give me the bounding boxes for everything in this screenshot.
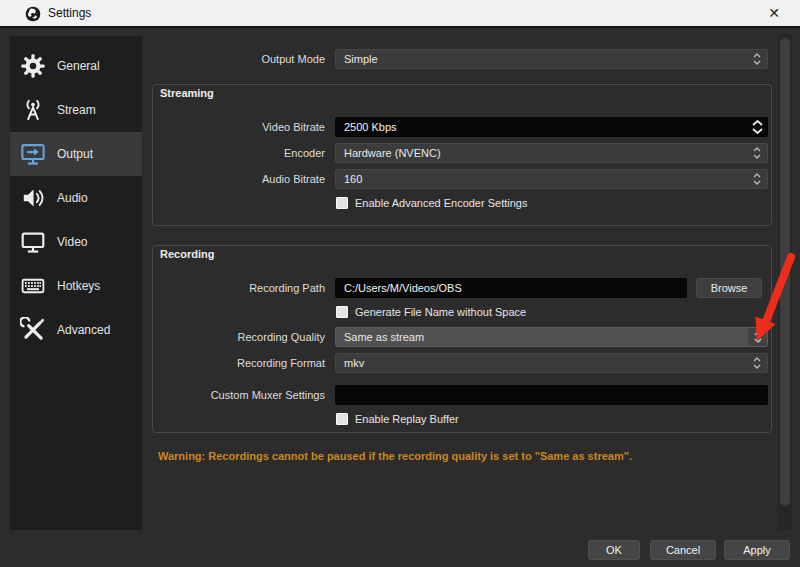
sidebar-item-video[interactable]: Video — [10, 220, 142, 264]
sidebar-item-label: Hotkeys — [57, 279, 100, 293]
sidebar-item-advanced[interactable]: Advanced — [10, 308, 142, 352]
spinner-icons[interactable] — [747, 50, 767, 68]
sidebar-item-label: Audio — [57, 191, 88, 205]
recording-quality-select[interactable]: Same as stream — [335, 327, 768, 347]
keyboard-icon — [20, 273, 46, 299]
chevron-up-icon — [753, 147, 761, 152]
chevron-down-icon — [753, 180, 761, 185]
checkbox-unchecked[interactable] — [336, 197, 348, 209]
settings-window: Settings ✕ — [0, 0, 800, 567]
apply-button[interactable]: Apply — [724, 540, 790, 560]
custom-muxer-label: Custom Muxer Settings — [150, 385, 325, 405]
video-bitrate-label: Video Bitrate — [150, 117, 325, 137]
chevron-down-icon — [754, 338, 762, 343]
recording-group-title: Recording — [160, 248, 214, 260]
title-bar: Settings ✕ — [0, 0, 800, 28]
recording-path-label: Recording Path — [150, 278, 325, 298]
recording-format-label: Recording Format — [150, 353, 325, 373]
sidebar-item-label: Video — [57, 235, 87, 249]
settings-sidebar: General Stream — [10, 36, 142, 530]
checkbox-label: Enable Advanced Encoder Settings — [355, 196, 527, 210]
custom-muxer-input[interactable] — [335, 385, 768, 405]
checkbox-label: Generate File Name without Space — [355, 305, 526, 319]
checkbox-unchecked[interactable] — [336, 306, 348, 318]
obs-logo-icon — [25, 6, 41, 22]
video-bitrate-input[interactable]: 2500 Kbps — [335, 117, 768, 137]
spinner-icons[interactable] — [747, 118, 767, 136]
scrollbar-thumb[interactable] — [780, 38, 790, 506]
audio-bitrate-select[interactable]: 160 — [335, 169, 768, 189]
display-icon — [20, 229, 46, 255]
sidebar-item-output[interactable]: Output — [10, 132, 142, 176]
audio-bitrate-label: Audio Bitrate — [150, 169, 325, 189]
chevron-down-icon — [752, 128, 763, 134]
sidebar-item-audio[interactable]: Audio — [10, 176, 142, 220]
sidebar-item-label: Stream — [57, 103, 96, 117]
sidebar-item-label: Advanced — [57, 323, 110, 337]
output-mode-label: Output Mode — [150, 49, 325, 69]
broadcast-icon — [20, 97, 46, 123]
chevron-down-icon — [753, 154, 761, 159]
checkbox-label: Enable Replay Buffer — [355, 412, 459, 426]
spinner-icons[interactable] — [747, 170, 767, 188]
sidebar-item-label: General — [57, 59, 100, 73]
chevron-up-icon — [753, 357, 761, 362]
sidebar-item-hotkeys[interactable]: Hotkeys — [10, 264, 142, 308]
spinner-icons[interactable] — [747, 354, 767, 372]
warning-text: Warning: Recordings cannot be paused if … — [158, 450, 768, 462]
streaming-group-title: Streaming — [160, 87, 214, 99]
encoder-label: Encoder — [150, 143, 325, 163]
sidebar-item-label: Output — [57, 147, 93, 161]
cancel-button[interactable]: Cancel — [650, 540, 716, 560]
filename-checkbox-row[interactable]: Generate File Name without Space — [336, 305, 526, 319]
chevron-up-icon — [753, 53, 761, 58]
sidebar-item-general[interactable]: General — [10, 44, 142, 88]
checkbox-unchecked[interactable] — [336, 413, 348, 425]
monitor-arrow-icon — [20, 141, 46, 167]
tools-icon — [20, 317, 46, 343]
window-title: Settings — [48, 0, 91, 26]
recording-path-input[interactable] — [335, 278, 687, 298]
sidebar-item-stream[interactable]: Stream — [10, 88, 142, 132]
gear-icon — [20, 53, 46, 79]
speaker-icon — [20, 185, 46, 211]
browse-button[interactable]: Browse — [696, 278, 762, 298]
chevron-up-icon — [753, 173, 761, 178]
spinner-icons[interactable] — [747, 144, 767, 162]
advanced-encoder-checkbox-row[interactable]: Enable Advanced Encoder Settings — [336, 196, 527, 210]
output-mode-select[interactable]: Simple — [335, 49, 768, 69]
close-icon[interactable]: ✕ — [760, 0, 788, 26]
spinner-icons[interactable] — [747, 328, 767, 346]
encoder-select[interactable]: Hardware (NVENC) — [335, 143, 768, 163]
chevron-down-icon — [753, 364, 761, 369]
chevron-down-icon — [753, 60, 761, 65]
recording-format-select[interactable]: mkv — [335, 353, 768, 373]
ok-button[interactable]: OK — [588, 540, 640, 560]
chevron-up-icon — [752, 120, 763, 126]
recording-quality-label: Recording Quality — [150, 327, 325, 347]
replay-buffer-checkbox-row[interactable]: Enable Replay Buffer — [336, 412, 459, 426]
chevron-up-icon — [754, 331, 762, 336]
